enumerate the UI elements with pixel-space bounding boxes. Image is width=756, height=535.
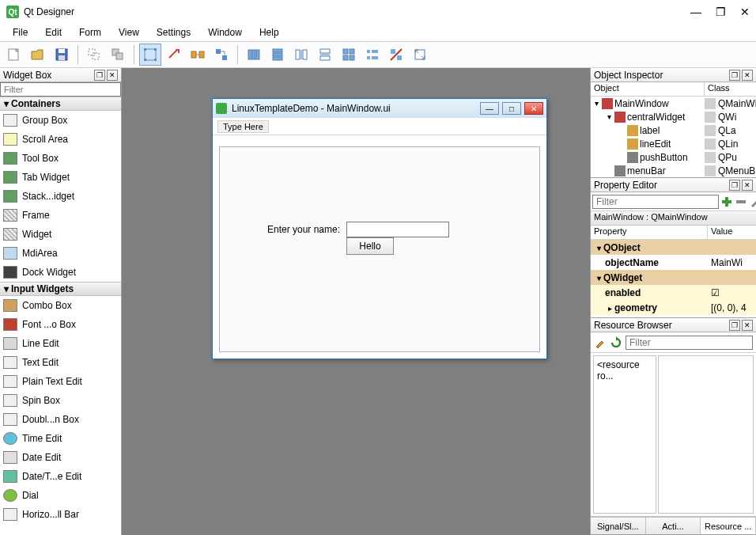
object-inspector-tree[interactable]: Object Class ▾MainWindowQMainWin▾central… <box>591 82 756 177</box>
col-value[interactable]: Value <box>708 226 735 239</box>
widget-time-edit[interactable]: Time Edit <box>0 429 121 448</box>
object-tree-row[interactable]: menuBarQMenuB <box>591 164 756 177</box>
layout-horizontal-icon[interactable] <box>243 44 265 66</box>
layout-grid-icon[interactable] <box>338 44 360 66</box>
widget-double-spin-box[interactable]: Doubl...n Box <box>0 410 121 429</box>
property-row[interactable]: ▾QObject <box>591 240 756 255</box>
reload-icon[interactable] <box>610 336 622 349</box>
tree-expander-icon[interactable]: ▾ <box>594 244 603 252</box>
tab-resource[interactable]: Resource ... <box>701 518 756 534</box>
form-label[interactable]: Enter your name: <box>267 224 340 235</box>
widget-line-edit[interactable]: Line Edit <box>0 334 121 353</box>
close-panel-icon[interactable]: ✕ <box>742 180 753 191</box>
object-tree-row[interactable]: ▾centralWidgetQWi <box>591 110 756 123</box>
widget-widget[interactable]: Widget <box>0 225 121 244</box>
design-canvas[interactable]: LinuxTemplateDemo - MainWindow.ui — □ ✕ … <box>122 68 590 535</box>
tab-signal-slot[interactable]: Signal/Sl... <box>591 518 646 534</box>
widget-stacked-widget[interactable]: Stack...idget <box>0 187 121 206</box>
property-row[interactable]: ▾QWidget <box>591 270 756 285</box>
property-rows[interactable]: ▾QObjectobjectNameMainWi▾QWidgetenabled☑… <box>591 240 756 317</box>
restore-icon[interactable]: ❐ <box>729 180 740 191</box>
form-maximize-icon[interactable]: □ <box>502 102 521 115</box>
tree-expander-icon[interactable]: ▾ <box>594 274 603 283</box>
widget-box-filter[interactable] <box>0 82 121 97</box>
form-minimize-icon[interactable]: — <box>480 102 499 115</box>
menu-view[interactable]: View <box>111 25 147 40</box>
form-titlebar[interactable]: LinuxTemplateDemo - MainWindow.ui — □ ✕ <box>213 99 546 118</box>
widget-spin-box[interactable]: Spin Box <box>0 391 121 410</box>
object-tree-row[interactable]: pushButtonQPu <box>591 150 756 164</box>
widget-text-edit[interactable]: Text Edit <box>0 353 121 372</box>
widget-group-box[interactable]: Group Box <box>0 111 121 130</box>
col-object[interactable]: Object <box>591 82 705 96</box>
layout-vertical-splitter-icon[interactable] <box>314 44 336 66</box>
col-property[interactable]: Property <box>591 226 708 239</box>
form-menubar[interactable]: Type Here <box>213 118 546 135</box>
layout-horizontal-splitter-icon[interactable] <box>290 44 312 66</box>
widget-date-time-edit[interactable]: Date/T...e Edit <box>0 467 121 486</box>
remove-dynamic-property-icon[interactable] <box>735 194 747 210</box>
close-panel-icon[interactable]: ✕ <box>107 70 118 81</box>
form-line-edit[interactable] <box>346 222 449 237</box>
widget-tab-widget[interactable]: Tab Widget <box>0 168 121 187</box>
edit-tab-order-icon[interactable] <box>210 44 232 66</box>
property-row[interactable]: ▸geometry[(0, 0), 4 <box>591 300 756 315</box>
property-filter[interactable] <box>592 195 719 209</box>
break-layout-icon[interactable] <box>385 44 407 66</box>
widget-dial[interactable]: Dial <box>0 486 121 505</box>
edit-resources-icon[interactable] <box>594 336 607 349</box>
category-input-widgets[interactable]: ▾Input Widgets <box>0 282 121 296</box>
form-window[interactable]: LinuxTemplateDemo - MainWindow.ui — □ ✕ … <box>212 98 547 359</box>
close-panel-icon[interactable]: ✕ <box>742 70 753 81</box>
resource-filter[interactable] <box>626 336 753 350</box>
edit-signals-icon[interactable] <box>163 44 185 66</box>
maximize-icon[interactable]: ❐ <box>716 6 726 18</box>
configure-icon[interactable] <box>749 194 756 210</box>
menu-help[interactable]: Help <box>251 25 287 40</box>
layout-form-icon[interactable] <box>361 44 384 66</box>
widget-horizontal-scrollbar[interactable]: Horizo...ll Bar <box>0 505 121 524</box>
widget-dock-widget[interactable]: Dock Widget <box>0 263 121 282</box>
central-widget[interactable]: Enter your name: Hello <box>219 146 540 352</box>
object-tree-row[interactable]: labelQLa <box>591 123 756 137</box>
widget-box-list[interactable]: ▾Containers Group Box Scroll Area Tool B… <box>0 97 121 535</box>
open-icon[interactable] <box>27 44 49 66</box>
form-push-button[interactable]: Hello <box>346 237 394 255</box>
widget-tool-box[interactable]: Tool Box <box>0 149 121 168</box>
object-tree-row[interactable]: ▾MainWindowQMainWin <box>591 97 756 110</box>
layout-vertical-icon[interactable] <box>266 44 289 66</box>
widget-combo-box[interactable]: Combo Box <box>0 296 121 315</box>
category-containers[interactable]: ▾Containers <box>0 97 121 111</box>
new-form-icon[interactable] <box>3 44 25 66</box>
menu-edit[interactable]: Edit <box>37 25 70 40</box>
bring-to-front-icon[interactable] <box>107 44 129 66</box>
property-row[interactable]: enabled☑ <box>591 285 756 300</box>
tree-expander-icon[interactable]: ▾ <box>605 112 613 121</box>
col-class[interactable]: Class <box>705 82 733 96</box>
menu-file[interactable]: File <box>5 25 36 40</box>
close-panel-icon[interactable]: ✕ <box>742 320 753 331</box>
property-row[interactable]: objectNameMainWi <box>591 255 756 270</box>
restore-icon[interactable]: ❐ <box>729 320 740 331</box>
close-icon[interactable]: ✕ <box>740 6 750 18</box>
tab-action[interactable]: Acti... <box>646 518 701 534</box>
object-tree-row[interactable]: lineEditQLin <box>591 137 756 150</box>
restore-icon[interactable]: ❐ <box>729 70 740 81</box>
menu-window[interactable]: Window <box>200 25 250 40</box>
menu-settings[interactable]: Settings <box>149 25 198 40</box>
widget-mdi-area[interactable]: MdiArea <box>0 244 121 263</box>
type-here-placeholder[interactable]: Type Here <box>217 120 269 133</box>
widget-frame[interactable]: Frame <box>0 206 121 225</box>
form-close-icon[interactable]: ✕ <box>524 102 543 115</box>
minimize-icon[interactable]: — <box>690 6 701 18</box>
tree-expander-icon[interactable]: ▸ <box>605 304 614 313</box>
adjust-size-icon[interactable] <box>409 44 431 66</box>
widget-plain-text-edit[interactable]: Plain Text Edit <box>0 372 121 391</box>
add-dynamic-property-icon[interactable] <box>720 194 733 210</box>
widget-date-edit[interactable]: Date Edit <box>0 448 121 467</box>
save-icon[interactable] <box>51 44 73 66</box>
edit-widgets-icon[interactable] <box>139 44 161 66</box>
menu-form[interactable]: Form <box>71 25 109 40</box>
tree-expander-icon[interactable]: ▾ <box>592 99 600 108</box>
send-to-back-icon[interactable] <box>83 44 105 66</box>
